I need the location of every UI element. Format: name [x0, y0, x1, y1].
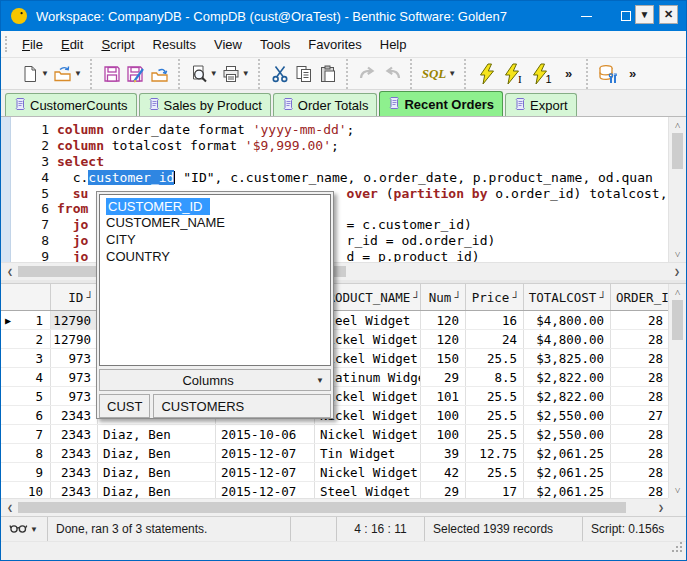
grid-cell[interactable]: 25.5: [466, 387, 524, 405]
scroll-right-icon[interactable]: ❯: [670, 263, 684, 280]
autocomplete-item[interactable]: CITY: [100, 231, 330, 248]
grid-cell[interactable]: 28: [611, 463, 670, 481]
sql-options-button[interactable]: SQL▼: [420, 60, 458, 88]
row-selector-cell[interactable]: 3: [1, 349, 51, 367]
save-button[interactable]: [100, 60, 124, 88]
scroll-down-icon[interactable]: ˅: [669, 247, 686, 261]
print-button[interactable]: ▼: [220, 60, 252, 88]
row-selector-cell[interactable]: 4: [1, 368, 51, 386]
grid-cell[interactable]: 12790: [51, 311, 98, 329]
grid-cell[interactable]: 101: [421, 387, 466, 405]
grid-cell[interactable]: 25.5: [466, 425, 524, 443]
row-selector-cell[interactable]: 7: [1, 425, 51, 443]
grid-cell[interactable]: $2,061.25: [524, 444, 611, 462]
print-preview-button[interactable]: ▼: [188, 60, 220, 88]
grid-column-header[interactable]: ID┘: [51, 284, 98, 310]
tab-close-button[interactable]: ✕: [659, 5, 678, 24]
grid-cell[interactable]: Diaz, Ben: [98, 463, 216, 481]
grid-cell[interactable]: 29: [421, 368, 466, 386]
grid-cell[interactable]: 150: [421, 349, 466, 367]
grid-cell[interactable]: 25.5: [466, 349, 524, 367]
status-watch-dropdown[interactable]: ▼: [1, 517, 47, 541]
open-file-button[interactable]: ▼: [51, 60, 84, 88]
toolbar-overflow-button[interactable]: »: [556, 60, 580, 88]
grid-cell[interactable]: 2015-12-07: [216, 463, 315, 481]
table-row[interactable]: 72343Diaz, Ben2015-10-06Nickel Widget100…: [1, 425, 670, 444]
cut-button[interactable]: [268, 60, 292, 88]
autocomplete-category-dropdown[interactable]: Columns ▼: [99, 369, 331, 391]
grid-cell[interactable]: 2343: [51, 463, 98, 481]
grid-cell[interactable]: 24: [466, 330, 524, 348]
copy-button[interactable]: [292, 60, 316, 88]
grid-cell[interactable]: 28: [611, 387, 670, 405]
grid-cell[interactable]: 2015-12-07: [216, 444, 315, 462]
grid-cell[interactable]: 28: [611, 444, 670, 462]
grid-cell[interactable]: Diaz, Ben: [98, 444, 216, 462]
tab-customercounts[interactable]: CustomerCounts: [5, 93, 137, 116]
resize-grip[interactable]: [672, 540, 684, 558]
grid-cell[interactable]: 100: [421, 425, 466, 443]
grid-cell[interactable]: 2343: [51, 425, 98, 443]
grid-cell[interactable]: 2343: [51, 444, 98, 462]
menu-edit[interactable]: Edit: [52, 33, 92, 56]
menu-script[interactable]: Script: [92, 33, 143, 56]
grid-cell[interactable]: 28: [611, 349, 670, 367]
grid-cell[interactable]: Nickel Widget: [315, 425, 421, 443]
scroll-up-icon[interactable]: ˄: [669, 118, 686, 132]
paste-button[interactable]: [316, 60, 340, 88]
menu-favorites[interactable]: Favorites: [299, 33, 370, 56]
save-as-button[interactable]: [124, 60, 148, 88]
tab-sales-by-product[interactable]: Sales by Product: [139, 93, 271, 116]
run-statement-button[interactable]: I: [500, 60, 528, 88]
grid-cell[interactable]: 42: [421, 463, 466, 481]
tab-recent-orders[interactable]: Recent Orders: [379, 91, 503, 116]
grid-cell[interactable]: 16: [466, 311, 524, 329]
menu-tools[interactable]: Tools: [251, 33, 299, 56]
tab-order-totals[interactable]: Order Totals: [273, 93, 378, 116]
grid-cell[interactable]: $2,550.00: [524, 406, 611, 424]
revert-button[interactable]: [148, 60, 172, 88]
run-one-button[interactable]: 1: [528, 60, 556, 88]
grid-column-header[interactable]: ORDER_I: [611, 284, 670, 310]
grid-cell[interactable]: $2,822.00: [524, 387, 611, 405]
grid-cell[interactable]: 8.5: [466, 368, 524, 386]
grid-cell[interactable]: 120: [421, 311, 466, 329]
autocomplete-item[interactable]: COUNTRY: [100, 248, 330, 265]
grid-cell[interactable]: 2015-10-06: [216, 425, 315, 443]
grid-cell[interactable]: $2,061.25: [524, 463, 611, 481]
grid-cell[interactable]: 100: [421, 406, 466, 424]
grid-cell[interactable]: $2,550.00: [524, 425, 611, 443]
grid-cell[interactable]: 973: [51, 368, 98, 386]
redo-button[interactable]: [356, 60, 380, 88]
grid-column-header[interactable]: TOTALCOST┘: [524, 284, 611, 310]
grid-cell[interactable]: Nickel Widget: [315, 463, 421, 481]
tab-export[interactable]: Export: [505, 93, 577, 116]
scroll-right-icon[interactable]: ❯: [654, 499, 668, 516]
grid-horizontal-scrollbar[interactable]: ❮ ❯: [1, 498, 670, 516]
grid-vertical-scrollbar[interactable]: ˄ ˅: [668, 284, 686, 498]
grid-cell[interactable]: 39: [421, 444, 466, 462]
scroll-down-icon[interactable]: ˅: [669, 483, 686, 497]
grid-column-header[interactable]: Num┘: [421, 284, 466, 310]
menu-view[interactable]: View: [205, 33, 251, 56]
grid-column-header[interactable]: [1, 284, 51, 310]
grid-cell[interactable]: $4,800.00: [524, 311, 611, 329]
menu-file[interactable]: File: [13, 33, 52, 56]
grid-cell[interactable]: 973: [51, 387, 98, 405]
scroll-thumb[interactable]: [672, 133, 683, 169]
grid-cell[interactable]: $3,825.00: [524, 349, 611, 367]
table-row[interactable]: 82343Diaz, Ben2015-12-07Tin Widget3912.7…: [1, 444, 670, 463]
autocomplete-item[interactable]: CUSTOMER_NAME: [100, 214, 330, 231]
grid-cell[interactable]: 27: [611, 406, 670, 424]
grid-cell[interactable]: 28: [611, 330, 670, 348]
toolbar-overflow-2-button[interactable]: »: [620, 60, 644, 88]
row-selector-cell[interactable]: 2: [1, 330, 51, 348]
grid-cell[interactable]: 2343: [51, 406, 98, 424]
grid-cell[interactable]: 973: [51, 349, 98, 367]
grid-column-header[interactable]: Price┘: [466, 284, 524, 310]
grid-cell[interactable]: 28: [611, 311, 670, 329]
db-tools-button[interactable]: [596, 60, 620, 88]
undo-button[interactable]: [380, 60, 404, 88]
grid-cell[interactable]: 25.5: [466, 463, 524, 481]
menu-help[interactable]: Help: [371, 33, 416, 56]
